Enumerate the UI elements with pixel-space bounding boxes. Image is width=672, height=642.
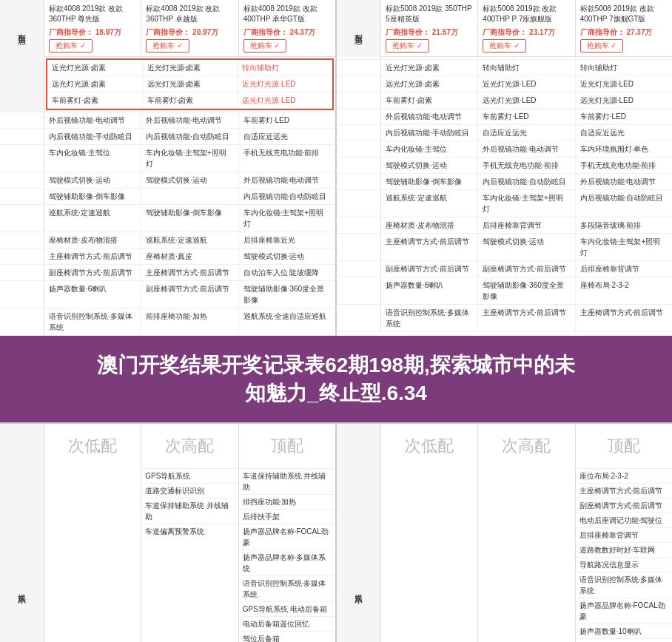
left-car-header-1: 标款4008 2019款 改款 360THP 卓越版 厂商指导价： 20.97万… [141, 0, 238, 57]
left-feature-cell-7-0: 主座椅调节方式·前后调节 [44, 249, 141, 264]
left-feature-row-7: 主座椅调节方式·前后调节座椅材质·真皮驾驶模式切换·运动 [0, 249, 335, 265]
left-feature-cell-1-2: 自适应近远光 [239, 129, 335, 144]
left-car-price-2: 厂商指导价： 24.37万 [243, 27, 331, 38]
bottom-right-col-2: 顶配座位布局·2-3-2主座椅调节方式·前后调节副座椅调节方式·前后调节电动后座… [576, 424, 672, 642]
right-feature-row-10: 主座椅调节方式·前后调节驾驶模式切换·运动车内化妆镜·主驾架+照明灯 [337, 234, 672, 261]
right-feature-cell-9-1: 后排座椅靠背调节 [478, 217, 575, 233]
left-buy-btn-1[interactable]: 抢购车 ✓ [146, 39, 189, 53]
bottom-right-feature-2-9: 扬声器数量·10喇叭 [576, 624, 672, 638]
left-h-cell-0-0: 近光灯光源·卤素 [47, 60, 143, 75]
bottom-right-feature-2-4: 后排座椅靠背调节 [576, 527, 672, 542]
right-feature-row-4: 内后视镜功能·手动防眩目自适应近远光自适应近远光 [337, 125, 672, 141]
right-buy-btn-0[interactable]: 抢购车 ✓ [386, 39, 429, 53]
left-feature-cell-9-0: 扬声器数量·6喇叭 [44, 281, 141, 308]
left-highlight-row-2: 车前雾灯·卤素 车前雾灯·卤素 远光灯光源·LED [47, 92, 332, 109]
left-feature-cell-4-1 [141, 189, 238, 204]
left-price-value-1: 20.97万 [192, 28, 218, 36]
left-feature-cell-7-2: 驾驶模式切换·运动 [239, 249, 335, 264]
left-feature-cell-10-1: 前排座椅功能·加热 [141, 308, 238, 335]
left-feature-cell-4-2: 内后视镜功能·自动防眩目 [239, 189, 335, 204]
left-car-price-0: 厂商指导价： 18.97万 [49, 27, 136, 38]
left-feature-cell-10-0: 语音识别控制系统·多媒体系统 [44, 308, 141, 335]
bottom-left-feature-1-0: GPS导航系统 [141, 468, 238, 483]
popup-title: 澳门开奖结果开奖记录表62期198期,探索城市中的未 [22, 351, 650, 379]
right-feature-cell-10-0: 主座椅调节方式·前后调节 [381, 234, 478, 260]
left-vehicle-info-label: 车型信息 [16, 27, 27, 30]
left-feature-cell-7-1: 座椅材质·真皮 [141, 249, 238, 264]
left-feature-cell-3-1: 驾驶模式切换·运动 [141, 172, 238, 188]
bottom-left-trim-0: 次低配 [44, 424, 141, 468]
right-feature-cell-11-2: 后排座椅靠背调节 [576, 261, 672, 277]
left-feature-cell-0-2: 车前雾灯·LED [239, 112, 335, 128]
bottom-left-feature-1-3: 车道偏离预警系统 [141, 524, 238, 538]
bottom-right-feature-2-5: 道路教数好时好·车联网 [576, 542, 672, 557]
left-feature-cell-8-1: 主座椅调节方式·前后调节 [141, 265, 238, 280]
right-feature-cell-1-2: 近光灯光源·LED [576, 76, 672, 92]
right-car-title-1: 标款5008 2019款 改款 400THP P 7座旗舰版 [483, 4, 570, 24]
bottom-right-panel: 娱乐系 次低配次高配顶配座位布局·2-3-2主座椅调节方式·前后调节副座椅调节方… [337, 424, 672, 642]
left-feature-cell-5-1: 驾驶辅助影像·倒车影像 [141, 205, 238, 232]
right-feature-cell-7-2: 外后视镜功能·电动调节 [576, 174, 672, 189]
left-highlight-box: 近光灯光源·卤素 近光灯光源·卤素 转向辅助灯 远光灯光源·卤素 远光灯光源·卤… [46, 58, 334, 110]
right-feature-cell-8-1: 车内化妆镜·主驾架+照明灯 [478, 190, 575, 217]
right-car-title-0: 标款5008 2019款 350THP 5座精英版 [386, 4, 473, 24]
right-feature-cell-4-1: 自适应近远光 [478, 125, 575, 141]
right-feature-cell-0-0: 近光灯光源·卤素 [381, 60, 478, 75]
bottom-left-trim-cols: 次低配次高配GPS导航系统道路交通标识识别车道保持辅助系统 并线辅助车道偏离预警… [44, 424, 335, 642]
left-feature-cell-1-1: 内后视镜功能·自动防眩目 [141, 129, 238, 144]
right-car-price-1: 厂商指导价： 23.17万 [483, 27, 570, 38]
bottom-right-feature-2-3: 电动后座调记功能·驾驶位 [576, 513, 672, 527]
right-buy-btn-2[interactable]: 抢购车 ✓ [580, 39, 624, 53]
right-price-value-2: 27.37万 [626, 28, 652, 36]
right-buy-btn-1[interactable]: 抢购车 ✓ [483, 39, 526, 53]
right-feature-cell-4-0: 内后视镜功能·手动防眩目 [381, 125, 478, 141]
right-feature-cell-4-2: 自适应近远光 [576, 125, 672, 141]
bottom-left-feature-2-3: 扬声器品牌名称·FOCAL劲豪 [239, 524, 335, 550]
right-feature-row-13: 语音识别控制系统·多媒体系统主座椅调节方式·前后调节主座椅调节方式·前后调节 [337, 305, 672, 332]
left-feature-cell-2-0: 车内化妆镜·主驾位 [44, 145, 141, 172]
bottom-left-feature-2-6: GPS导航系统 电动后备箱 [239, 601, 335, 616]
left-feature-cell-6-1: 巡航系统·定速巡航 [141, 232, 238, 248]
left-section-label-highlight [0, 57, 44, 112]
left-buy-btn-0[interactable]: 抢购车 ✓ [49, 39, 93, 53]
right-feature-cell-0-1: 转向辅助灯 [478, 60, 575, 75]
bottom-left-col-2: 顶配车道保持辅助系统 并线辅助排挡座功能·加热后排扶手架扬声器品牌名称·FOCA… [239, 424, 335, 642]
bottom-right-feature-2-10: GPS导航系统 [576, 638, 672, 642]
right-feature-cell-9-2: 多段隔音玻璃·前排 [576, 217, 672, 233]
bottom-left-trim-1: 次高配 [141, 424, 238, 468]
left-feature-cell-3-2: 外后视镜功能·电动调节 [239, 172, 335, 188]
right-feature-cell-12-1: 驾驶辅助影像·360度全景影像 [478, 277, 575, 304]
bottom-left-feature-1-1: 道路交通标识识别 [141, 483, 238, 498]
left-car-title-2: 标款4008 2019款 改款 400THP 承华GT版 [243, 4, 331, 24]
left-feature-cell-2-1: 车内化妆镜·主驾架+照明灯 [141, 145, 238, 172]
left-feature-row-0: 外后视镜功能·电动调节外后视镜功能·电动调节车前雾灯·LED [0, 112, 335, 129]
bottom-right-feature-2-1: 主座椅调节方式·前后调节 [576, 483, 672, 498]
right-feature-cell-9-0: 座椅材质·皮布物混搭 [381, 217, 478, 233]
left-buy-btn-2[interactable]: 抢购车 ✓ [243, 39, 287, 53]
right-feature-cell-8-2: 内后视镜功能·自动防眩目 [576, 190, 672, 217]
right-feature-cell-6-2: 手机无线充电功能·前排 [576, 158, 672, 173]
right-feature-cell-0-2: 转向辅助灯 [576, 60, 672, 75]
left-car-title-0: 标款4008 2019款 改款 360THP 尊先版 [49, 4, 136, 24]
left-feature-cell-1-0: 内后视镜功能·手动防眩目 [44, 129, 141, 144]
comparison-panels: 车型信息 标款4008 2019款 改款 360THP 尊先版 厂商指导价： 1… [0, 0, 672, 336]
left-h-cell-1-0: 远光灯光源·卤素 [47, 76, 143, 92]
bottom-right-feature-2-8: 扬声器品牌名称·FOCAL劲豪 [576, 598, 672, 624]
popup-subtitle: 知魅力_终止型.6.34 [22, 379, 650, 408]
left-feature-row-9: 扬声器数量·6喇叭副座椅调节方式·前后调节驾驶辅助影像·360度全景影像 [0, 281, 335, 308]
left-h-cell-0-2: 转向辅助灯 [238, 60, 332, 75]
right-car-headers: 车型信息 标款5008 2019款 350THP 5座精英版 厂商指导价： 21… [337, 0, 672, 57]
left-feature-cell-3-0: 驾驶模式切换·运动 [44, 172, 141, 188]
left-car-headers: 车型信息 标款4008 2019款 改款 360THP 尊先版 厂商指导价： 1… [0, 0, 335, 57]
left-feature-cell-4-0: 驾驶辅助影像·倒车影像 [44, 189, 141, 204]
bottom-right-feature-2-0: 座位布局·2-3-2 [576, 468, 672, 483]
left-h-cell-2-2: 远光灯光源·LED [238, 92, 332, 108]
right-panel-5008: 车型信息 标款5008 2019款 350THP 5座精英版 厂商指导价： 21… [337, 0, 672, 336]
bottom-right-trim-2: 顶配 [576, 424, 672, 468]
left-car-header-2: 标款4008 2019款 改款 400THP 承华GT版 厂商指导价： 24.3… [239, 0, 335, 57]
left-price-value-0: 18.97万 [95, 28, 121, 36]
left-feature-cell-5-0: 巡航系统·定速巡航 [44, 205, 141, 232]
left-feature-cell-0-1: 外后视镜功能·电动调节 [141, 112, 238, 128]
bottom-right-trim-0: 次低配 [381, 424, 477, 468]
left-h-cell-2-0: 车前雾灯·卤素 [47, 92, 143, 108]
